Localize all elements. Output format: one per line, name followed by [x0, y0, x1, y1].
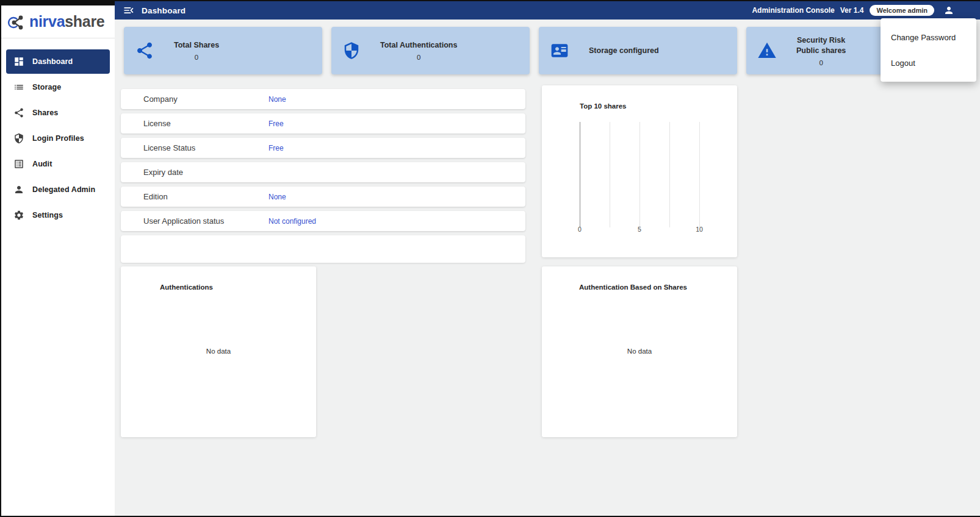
info-row-company: Company None: [121, 89, 525, 109]
info-row-edition: Edition None: [121, 187, 525, 207]
nirvashare-logo-icon: [8, 13, 26, 31]
brand-word-secondary: share: [65, 13, 104, 30]
info-panel-footer: [121, 235, 525, 263]
chart-tick-label: 5: [632, 226, 647, 233]
dashboard-icon: [13, 56, 24, 67]
topbar: Dashboard Administration Console Ver 1.4…: [115, 1, 980, 20]
sidebar-item-login-profiles[interactable]: Login Profiles: [6, 126, 110, 151]
stat-title: Security Risk: [796, 35, 846, 46]
sidebar-header: nirvashare: [1, 5, 115, 38]
chart-tick-label: 0: [572, 226, 587, 233]
chart-gridline: [610, 122, 610, 227]
panel-title: Authentication Based on Shares: [579, 283, 687, 291]
chart-gridline: [669, 122, 670, 227]
info-label: Company: [143, 94, 268, 104]
sidebar-item-label: Storage: [32, 83, 61, 91]
stat-value: 0: [380, 54, 457, 61]
shares-icon: [13, 107, 24, 118]
share-icon: [135, 41, 154, 60]
user-account-icon[interactable]: [943, 5, 954, 16]
info-row-license-status: License Status Free: [121, 138, 525, 158]
sidebar-item-shares[interactable]: Shares: [6, 101, 110, 125]
sidebar-item-label: Dashboard: [32, 57, 73, 66]
info-value-link[interactable]: Not configured: [268, 217, 316, 226]
audit-icon: [13, 159, 24, 169]
sidebar-item-label: Audit: [32, 160, 52, 168]
stat-subtitle: Public shares: [796, 46, 846, 56]
chart-gridline: [699, 122, 700, 227]
menu-item-change-password[interactable]: Change Password: [881, 24, 976, 50]
warning-icon: [757, 41, 777, 60]
welcome-admin-badge[interactable]: Welcome admin: [870, 5, 934, 16]
console-label: Administration Console: [752, 6, 834, 15]
stat-title: Storage configured: [589, 46, 659, 56]
info-row-expiry-date: Expiry date: [121, 162, 525, 182]
sidebar-nav: Dashboard Storage Shares Login Profiles …: [1, 38, 115, 227]
stat-card-storage-configured: Storage configured: [539, 27, 737, 74]
delegated-admin-icon: [13, 184, 24, 195]
user-dropdown-menu: Change Password Logout: [881, 18, 976, 82]
sidebar-item-delegated-admin[interactable]: Delegated Admin: [6, 177, 110, 202]
panel-title: Authentications: [160, 283, 213, 291]
sidebar-item-label: Delegated Admin: [32, 185, 95, 194]
info-row-license: License Free: [121, 113, 525, 134]
sidebar-item-settings[interactable]: Settings: [6, 203, 110, 227]
stat-value: 0: [796, 59, 846, 66]
login-profiles-icon: [13, 133, 24, 144]
top-shares-plot: 0510: [542, 85, 737, 257]
stat-card-total-shares: Total Shares 0: [124, 27, 322, 74]
main-content: Total Shares 0 Total Authentications 0 S…: [115, 20, 980, 516]
sidebar: nirvashare Dashboard Storage Shares Logi…: [1, 5, 115, 516]
no-data-text: No data: [542, 348, 737, 355]
chart-tick-label: 10: [692, 226, 707, 233]
stat-title: Total Shares: [174, 40, 219, 51]
page-title: Dashboard: [142, 6, 186, 15]
menu-open-icon[interactable]: [123, 4, 135, 16]
chart-gridline: [640, 122, 640, 227]
top-shares-chart-panel: Top 10 shares 0510: [542, 85, 737, 257]
sidebar-item-label: Settings: [32, 211, 63, 219]
sidebar-item-dashboard[interactable]: Dashboard: [6, 49, 110, 74]
shield-icon: [342, 41, 361, 60]
info-value-link[interactable]: Free: [268, 119, 284, 128]
stat-card-total-authentications: Total Authentications 0: [331, 27, 530, 74]
menu-item-logout[interactable]: Logout: [881, 50, 976, 76]
brand-logo: nirvashare: [8, 13, 104, 31]
sidebar-item-label: Login Profiles: [32, 134, 84, 143]
brand-word-primary: nirva: [29, 13, 65, 30]
auth-based-on-shares-panel: Authentication Based on Shares No data: [542, 266, 737, 437]
info-label: Edition: [143, 192, 268, 201]
sidebar-item-storage[interactable]: Storage: [6, 75, 110, 99]
info-value-link[interactable]: None: [268, 95, 286, 104]
sidebar-item-audit[interactable]: Audit: [6, 152, 110, 176]
sidebar-item-label: Shares: [32, 109, 58, 117]
authentications-panel: Authentications No data: [121, 266, 316, 437]
storage-card-icon: [550, 41, 569, 60]
no-data-text: No data: [121, 348, 316, 355]
info-label: License: [143, 119, 268, 128]
info-label: User Application status: [143, 216, 268, 226]
storage-icon: [13, 82, 24, 93]
info-value-link[interactable]: None: [268, 193, 286, 201]
chart-gridline: [580, 122, 580, 227]
version-label: Ver 1.4: [840, 6, 864, 15]
topbar-right: Administration Console Ver 1.4 Welcome a…: [752, 5, 954, 16]
info-value-link[interactable]: Free: [268, 144, 284, 152]
info-row-user-application-status: User Application status Not configured: [121, 211, 525, 231]
info-label: License Status: [143, 143, 268, 152]
brand-wordmark: nirvashare: [29, 14, 104, 29]
info-label: Expiry date: [143, 168, 268, 177]
settings-icon: [13, 210, 24, 221]
stat-value: 0: [174, 54, 219, 61]
stat-title: Total Authentications: [380, 40, 457, 51]
